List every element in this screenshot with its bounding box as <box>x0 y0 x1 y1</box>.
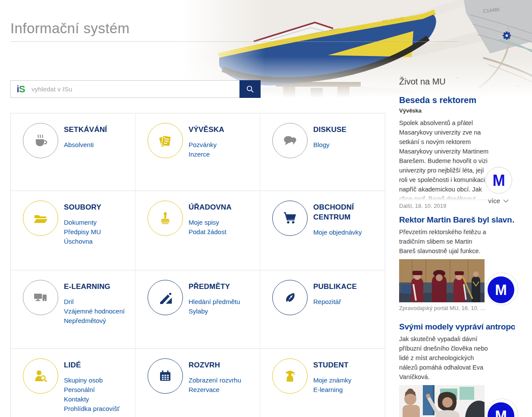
tile-links: Moje známkyE-learning <box>313 376 351 395</box>
news-list: Beseda s rektorem VývěskaSpolek absolven… <box>399 95 515 417</box>
tile-title[interactable]: SOUBORY <box>64 203 101 213</box>
tile-link[interactable]: Kontakty <box>64 395 120 404</box>
tile-publikace[interactable]: PUBLIKACE Repozitář <box>260 270 385 349</box>
tile-link[interactable]: Rezervace <box>189 385 241 395</box>
tile-uradovna[interactable]: ÚŘADOVNA Moje spisyPodat žádost <box>135 191 260 270</box>
folder-icon[interactable] <box>23 201 58 236</box>
pencil-ruler-icon[interactable] <box>148 280 183 315</box>
tile-title[interactable]: ÚŘADOVNA <box>189 203 232 213</box>
search-bar: iS <box>10 80 261 98</box>
tile-links: DrilVzájemné hodnoceníNepředmětový <box>64 297 125 326</box>
tile-title[interactable]: STUDENT <box>313 361 351 370</box>
tile-links: Absolventi <box>64 140 107 150</box>
tile-title[interactable]: ROZVRH <box>189 361 241 370</box>
search-button[interactable] <box>239 80 261 98</box>
news-body: Spolek absolventů a přátel Masarykovy un… <box>399 118 489 200</box>
muni-m-badge[interactable]: M <box>488 276 514 303</box>
stamp-icon[interactable] <box>148 201 183 236</box>
devices-icon[interactable] <box>23 280 58 315</box>
graduate-icon[interactable] <box>272 358 308 394</box>
news-item: Rektor Martin Bareš byl slavn… Převzetím… <box>399 215 515 311</box>
tile-title[interactable]: PŘEDMĚTY <box>189 282 240 292</box>
tile-link[interactable]: Předpisy MU <box>64 227 101 237</box>
tile-link[interactable]: Moje známky <box>313 376 351 385</box>
tile-link[interactable]: Pozvánky <box>189 140 224 150</box>
tile-links: Repozitář <box>313 297 357 307</box>
is-logo: iS <box>11 85 31 94</box>
tile-link[interactable]: Personální <box>64 385 120 395</box>
tile-link[interactable]: Sylaby <box>189 307 240 316</box>
tile-links: Hledání předmětuSylaby <box>189 297 240 316</box>
page-title: Informační systém <box>10 20 129 37</box>
news-body: Jak skutečně vypadali dávní příbuzní dne… <box>399 334 489 382</box>
tile-links: Skupiny osobPersonálníKontaktyProhlídka … <box>64 376 120 414</box>
settings-gear-icon[interactable] <box>503 31 511 40</box>
tile-setkavani[interactable]: SETKÁVÁNÍ Absolventi <box>11 113 135 191</box>
muni-m-badge[interactable]: M <box>488 402 514 417</box>
tile-title[interactable]: OBCHODNÍ CENTRUM <box>313 203 379 223</box>
tile-vyveska[interactable]: VÝVĚSKA PozvánkyInzerce <box>135 113 260 191</box>
tile-link[interactable]: Nepředmětový <box>64 316 125 326</box>
calendar-icon[interactable] <box>148 358 183 394</box>
tile-diskuse[interactable]: DISKUSE Blogy <box>260 113 385 191</box>
tile-link[interactable]: Moje spisy <box>189 218 232 227</box>
tile-title[interactable]: E-LEARNING <box>64 282 125 292</box>
shopping-cart-icon[interactable] <box>272 201 308 236</box>
tile-link[interactable]: Repozitář <box>313 297 357 307</box>
tile-link[interactable]: Podat žádost <box>189 227 232 237</box>
muni-m-avatar[interactable]: M <box>485 167 512 194</box>
tile-title[interactable]: LIDÉ <box>64 361 120 370</box>
tile-link[interactable]: Dril <box>64 297 125 307</box>
news-item-title[interactable]: Svými modely vypráví antropo… <box>399 322 515 332</box>
is-mu-homepage: C14486 FC 249346 Informa <box>0 0 532 417</box>
tile-title[interactable]: PUBLIKACE <box>313 282 357 292</box>
news-meta: Zpravodajský portál MU, 16. 10. … <box>399 305 515 311</box>
search-input[interactable] <box>31 80 239 98</box>
tile-student[interactable]: STUDENT Moje známkyE-learning <box>260 349 385 417</box>
tile-obchodni-centrum[interactable]: OBCHODNÍ CENTRUM Moje objednávky <box>260 191 385 270</box>
tile-link[interactable]: Úschovna <box>64 237 101 246</box>
tile-title[interactable]: DISKUSE <box>313 125 346 135</box>
tile-e-learning[interactable]: E-LEARNING DrilVzájemné hodnoceníNepředm… <box>11 270 135 349</box>
tile-link[interactable]: Hledání předmětu <box>189 297 240 307</box>
tile-soubory[interactable]: SOUBORY DokumentyPředpisy MUÚschovna <box>11 191 135 270</box>
person-search-icon[interactable] <box>23 358 58 394</box>
news-category: Vývěska <box>399 107 515 114</box>
tile-links: PozvánkyInzerce <box>189 140 224 159</box>
tile-link[interactable]: Skupiny osob <box>64 376 120 385</box>
news-item: Beseda s rektorem VývěskaSpolek absolven… <box>399 95 515 209</box>
pen-nib-icon[interactable] <box>272 280 308 315</box>
tile-title[interactable]: VÝVĚSKA <box>189 125 224 135</box>
news-item-title[interactable]: Beseda s rektorem <box>399 95 515 105</box>
tile-link[interactable]: Moje objednávky <box>313 228 379 237</box>
coffee-cup-icon[interactable] <box>23 123 58 158</box>
tile-links: Moje objednávky <box>313 228 379 237</box>
news-item-title[interactable]: Rektor Martin Bareš byl slavn… <box>399 215 515 225</box>
tile-link[interactable]: Zobrazení rozvrhu <box>189 376 241 385</box>
tile-link[interactable]: Prohlídka pracovišť <box>64 404 120 414</box>
rectors-ceremony-photo[interactable] <box>399 259 485 302</box>
news-item: Svými modely vypráví antropo… Jak skuteč… <box>399 322 515 417</box>
more-link[interactable]: více <box>488 197 509 204</box>
tile-lide[interactable]: LIDÉ Skupiny osobPersonálníKontaktyProhl… <box>11 349 135 417</box>
tile-link[interactable]: Absolventi <box>64 140 107 150</box>
header-divider <box>10 41 458 42</box>
tile-link[interactable]: Inzerce <box>189 150 224 159</box>
tile-link[interactable]: Blogy <box>313 140 346 150</box>
notes-icon[interactable] <box>148 123 183 158</box>
tile-link[interactable]: E-learning <box>313 385 351 395</box>
tile-links: DokumentyPředpisy MUÚschovna <box>64 218 101 246</box>
magnifier-icon <box>245 84 255 94</box>
tile-links: Blogy <box>313 140 346 150</box>
tile-rozvrh[interactable]: ROZVRH Zobrazení rozvrhuRezervace <box>135 349 260 417</box>
speech-bubbles-icon[interactable] <box>272 123 308 158</box>
tile-link[interactable]: Dokumenty <box>64 218 101 227</box>
tile-links: Moje spisyPodat žádost <box>189 218 232 237</box>
sidebar-heading: Život na MU <box>399 77 515 87</box>
tile-predmety[interactable]: PŘEDMĚTY Hledání předmětuSylaby <box>135 270 260 349</box>
news-photo-row: M <box>399 259 515 302</box>
anthropologist-models-photo[interactable] <box>399 385 485 417</box>
tile-link[interactable]: Vzájemné hodnocení <box>64 307 125 316</box>
app-tile-grid: SETKÁVÁNÍ Absolventi VÝVĚSKA PozvánkyInz… <box>10 113 385 417</box>
tile-title[interactable]: SETKÁVÁNÍ <box>64 125 107 135</box>
